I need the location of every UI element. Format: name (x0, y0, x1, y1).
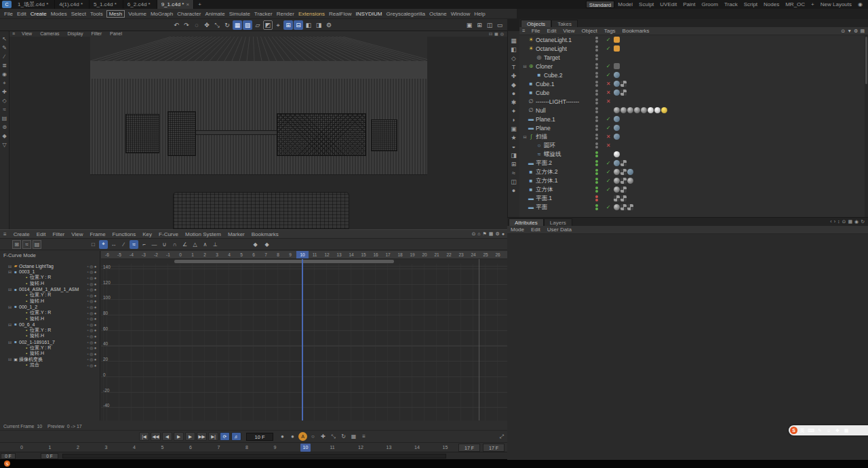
object-name[interactable]: 立方体.2 (536, 168, 558, 176)
tag-icon[interactable] (627, 107, 633, 113)
track-expander[interactable]: ⊟ (8, 269, 13, 274)
view-keys-button[interactable]: ⊞ (12, 240, 21, 249)
zero-angle-icon[interactable]: ∠ (180, 240, 189, 249)
tag-icon[interactable] (627, 178, 633, 184)
object-row[interactable]: ⊟ 扫描 (519, 132, 868, 141)
record-button[interactable]: ● (288, 432, 297, 441)
gear-icon[interactable]: ⚙ (854, 28, 858, 34)
track-state-icons[interactable]: ▫◎● (87, 311, 98, 315)
viewport-grid-icon[interactable]: ▦ (494, 31, 498, 37)
record-parameter-toggle[interactable]: ▦ (349, 432, 358, 441)
object-row[interactable]: 平面 (519, 203, 868, 212)
visibility-dots[interactable] (595, 37, 599, 43)
knife-tool-icon[interactable]: ∕ (4, 54, 5, 60)
track-row[interactable]: 旋转.H ▫◎● (0, 281, 100, 287)
tag-icon[interactable] (627, 204, 633, 210)
layout-tab[interactable]: Model (615, 1, 635, 8)
tag-icon[interactable] (634, 107, 640, 113)
object-menu-item[interactable]: Bookmarks (619, 28, 653, 34)
panel-tab[interactable]: Objects (521, 20, 551, 27)
track-state-icons[interactable]: ▫◎● (87, 351, 98, 356)
panel-tab[interactable]: Takes (551, 20, 578, 27)
track-row[interactable]: 旋转.H ▫◎● (0, 298, 100, 305)
tag-icon[interactable] (620, 195, 627, 201)
preview-range-bar[interactable] (174, 260, 394, 263)
enable-state-icon[interactable] (605, 142, 612, 149)
move-tool-icon[interactable]: ✥ (202, 20, 212, 30)
attribute-menu-item[interactable]: Mode (507, 227, 528, 233)
menu-item[interactable]: Window (449, 11, 472, 17)
track-row[interactable]: 旋转.H ▫◎● (0, 351, 100, 357)
object-name[interactable]: Plane.1 (536, 116, 555, 123)
track-state-icons[interactable]: ▫◎● (87, 275, 98, 280)
ime-handwrite-icon[interactable]: ✎ (816, 427, 824, 434)
layers-tool-icon[interactable]: ≣ (2, 63, 7, 69)
timeline-menu-item[interactable]: Filter (49, 231, 68, 237)
rotate-tool-icon[interactable]: ↻ (222, 20, 232, 30)
menu-item[interactable]: Modes (49, 11, 69, 17)
palette-dot-icon[interactable]: ● (512, 188, 515, 194)
track-row[interactable]: 位置.Y : R ▫◎● (0, 328, 100, 334)
object-name[interactable]: 立方体 (536, 186, 553, 194)
visibility-dots[interactable] (595, 204, 599, 211)
redo-icon[interactable]: ↷ (182, 20, 191, 30)
mini-timeline-ruler[interactable]: 0 1 2 3 4 5 6 7 8 9 10 11 12 13 14 15 16… (0, 442, 507, 452)
file-tab[interactable]: 9_1.c4d * × (157, 0, 194, 9)
viewport-menu-item[interactable]: Cameras (36, 31, 63, 37)
palette-shade-icon[interactable]: ◨ (511, 153, 517, 159)
enable-state-icon[interactable] (605, 116, 612, 122)
tag-icon[interactable] (654, 107, 660, 113)
tag-icon[interactable] (627, 169, 633, 175)
record-position-toggle[interactable]: ✚ (319, 432, 328, 441)
ease-in-icon[interactable]: ∩ (170, 240, 179, 249)
visibility-dots[interactable] (595, 98, 599, 105)
home-icon[interactable]: ⌂ (477, 231, 480, 237)
palette-grid-icon[interactable]: ▦ (511, 38, 517, 44)
object-row[interactable]: Null (519, 106, 868, 115)
menu-item[interactable]: Octane (427, 11, 449, 17)
track-state-icons[interactable]: ▫◎● (87, 328, 98, 332)
track-row[interactable]: ⊟ Octane LightTag ▫◎● (0, 263, 100, 269)
enable-state-icon[interactable] (605, 125, 612, 131)
quantize-icon[interactable]: ⊟ (294, 20, 303, 30)
back-icon[interactable]: ‹ (830, 219, 831, 225)
object-menu-item[interactable]: Edit (544, 28, 560, 34)
timeline-menu-item[interactable]: Motion System (182, 231, 224, 237)
visibility-dots[interactable] (595, 160, 599, 167)
snap-icon[interactable]: ⊞ (283, 20, 293, 30)
tag-icon[interactable] (620, 204, 627, 210)
goto-start-button[interactable]: |◀ (139, 432, 149, 441)
object-menu-item[interactable]: File (528, 28, 544, 34)
object-row[interactable]: 立方体.1 (519, 176, 868, 185)
track-expander[interactable]: ⊟ (8, 287, 13, 292)
panel-tab[interactable]: Layers (544, 218, 572, 226)
object-name[interactable]: 圆环 (544, 142, 555, 150)
enable-state-icon[interactable] (605, 187, 612, 193)
object-row[interactable]: -------LIGHT------- (519, 97, 868, 106)
list-icon[interactable]: ▤ (860, 28, 865, 34)
prev-key-button[interactable]: ◀◀ (151, 432, 161, 441)
track-expander[interactable]: ⊟ (8, 322, 13, 327)
menu-item[interactable]: Animate (203, 11, 226, 17)
visibility-dots[interactable] (595, 178, 599, 184)
render-view-icon[interactable]: ◧ (304, 20, 313, 30)
add-tool-icon[interactable]: ✚ (2, 90, 7, 95)
scale-tool-icon[interactable]: ⤡ (212, 20, 222, 30)
enable-state-icon[interactable] (605, 98, 612, 104)
fit-view-icon[interactable]: ⤢ (500, 433, 504, 440)
palette-wave-icon[interactable]: ≈ (512, 170, 515, 176)
tag-icon[interactable] (614, 81, 620, 87)
timeline-menu-item[interactable]: Edit (33, 231, 50, 237)
visibility-dots[interactable] (595, 72, 599, 79)
key-scale-icon[interactable]: ↔ (109, 240, 118, 249)
viewport-maximize-icon[interactable]: ⊡ (489, 31, 492, 37)
close-tab-icon[interactable]: × (186, 1, 189, 7)
palette-spline-icon[interactable]: ◇ (511, 56, 516, 62)
object-name[interactable]: 平面.1 (536, 195, 552, 203)
file-tab[interactable]: 5_1.c4d * (90, 0, 123, 9)
object-row[interactable]: OctaneLight (519, 44, 868, 53)
workplane-icon[interactable]: ▱ (253, 20, 262, 30)
filter-icon[interactable]: ▼ (847, 28, 852, 34)
viewport-beam[interactable] (196, 130, 278, 135)
frame-ruler[interactable]: -6 -5 -4 -3 -2 -1 0 1 2 3 (101, 251, 507, 259)
